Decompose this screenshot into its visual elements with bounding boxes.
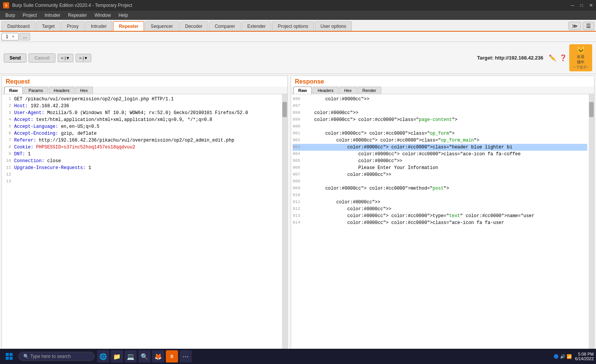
taskbar-app-burp[interactable]: B <box>166 350 178 362</box>
line-content: Please Enter Your Information <box>303 164 438 171</box>
taskbar-app-explorer[interactable]: 📁 <box>111 350 123 362</box>
taskbar-app-search[interactable]: 🔍 <box>138 350 151 362</box>
minimize-icon[interactable]: ─ <box>571 3 574 8</box>
tab-overflow-btn[interactable]: ≫ <box>568 22 581 30</box>
menu-repeater[interactable]: Repeater <box>64 12 91 19</box>
tab-proxy[interactable]: Proxy <box>61 21 84 31</box>
send-button[interactable]: Send <box>4 53 26 63</box>
menu-burp[interactable]: Burp <box>2 12 19 19</box>
response-tab-raw[interactable]: Raw <box>293 87 312 94</box>
response-line: 914 color:#0000cc"> color:#cc0000">class… <box>293 219 587 226</box>
request-tab-params[interactable]: Params <box>24 87 48 94</box>
menu-project[interactable]: Project <box>19 12 40 19</box>
repeater-tab-1[interactable]: 1 × <box>2 33 19 40</box>
add-tab-btn[interactable]: ... <box>19 33 30 40</box>
line-number: 8 <box>3 144 14 151</box>
close-tab-1[interactable]: × <box>12 34 15 39</box>
request-tab-raw[interactable]: Raw <box>4 87 23 94</box>
help-icon[interactable]: ❓ <box>559 54 567 61</box>
tab-extender[interactable]: Extender <box>241 21 271 31</box>
maximize-icon[interactable]: □ <box>580 3 583 8</box>
request-line: 7Referer: http://192.168.42.236/pikachu/… <box>3 137 280 144</box>
taskbar-search-box[interactable]: 🔍 Type here to search <box>18 352 95 361</box>
taskbar-app-more[interactable]: ⋯ <box>180 350 192 362</box>
response-tab-hex[interactable]: Hex <box>339 87 357 94</box>
line-content: color:#0000cc">> <box>303 199 381 206</box>
menu-help[interactable]: Help <box>115 12 132 19</box>
response-tab-render[interactable]: Render <box>358 87 381 94</box>
main-content: Request Raw Params Headers Hex 1GET /pik… <box>0 74 596 364</box>
taskbar-icons: 🔵 🔊 📶 <box>554 354 572 359</box>
repeater-tab-bar: 1 × ... <box>0 32 596 42</box>
tab-project-options[interactable]: Project options <box>272 21 314 31</box>
taskbar: 🔍 Type here to search 🌐 📁 💻 🔍 🦊 B ⋯ 🔵 🔊 … <box>0 349 596 364</box>
tab-intruder[interactable]: Intruder <box>85 21 112 31</box>
line-content: Host: 192.168.42.236 <box>14 103 69 110</box>
response-line: 899 color:#0000cc"> color:#cc0000">class… <box>293 116 587 123</box>
line-number: 13 <box>3 178 14 185</box>
line-content: color:#0000cc">> <box>303 110 358 116</box>
response-line: 898 color:#0000cc">> <box>293 110 587 116</box>
side-pikachu: 🐱 <box>577 46 585 54</box>
line-number: 11 <box>3 164 14 171</box>
taskbar-app-edge[interactable]: 🌐 <box>97 350 109 362</box>
taskbar-app-firefox[interactable]: 🦊 <box>152 350 164 362</box>
tab-decoder[interactable]: Decoder <box>180 21 208 31</box>
line-content: color:#0000cc">> <box>303 158 402 164</box>
line-number: 904 <box>293 151 303 158</box>
response-code-area[interactable]: 896 color:#0000cc">>897898 color:#0000cc… <box>291 94 589 356</box>
tab-comparer[interactable]: Comparer <box>209 21 241 31</box>
line-number: 10 <box>3 158 14 164</box>
menu-window[interactable]: Window <box>91 12 115 19</box>
tab-user-options[interactable]: User options <box>315 21 352 31</box>
line-content <box>303 192 336 199</box>
line-number: 897 <box>293 103 303 110</box>
line-number: 7 <box>3 137 14 144</box>
forward-button[interactable]: > |▼ <box>76 54 91 62</box>
response-line: 900 <box>293 123 587 130</box>
response-title: Response <box>291 76 594 87</box>
request-line: 6Accept-Encoding: gzip, deflate <box>3 130 280 137</box>
line-content: Accept-Language: en,en-US;q=0.5 <box>14 123 99 130</box>
line-number: 901 <box>293 130 303 137</box>
app-icon: S <box>3 2 9 8</box>
response-scrollbar[interactable] <box>589 94 594 356</box>
edit-icon[interactable]: ✏️ <box>549 54 556 61</box>
line-number: 908 <box>293 178 303 185</box>
taskbar-right: 🔵 🔊 📶 5:08 PM 6/14/2022 <box>554 352 594 361</box>
request-tab-hex[interactable]: Hex <box>75 87 93 94</box>
line-content: Cookie: PHPSESSID=s37inc52hoq1457es18qqd… <box>14 144 135 151</box>
response-line: 896 color:#0000cc">> <box>293 96 587 103</box>
tab-repeater[interactable]: Repeater <box>113 21 144 31</box>
svg-rect-3 <box>10 357 13 360</box>
line-number: 903 <box>293 144 303 151</box>
response-line: 897 <box>293 103 587 110</box>
line-number: 6 <box>3 130 14 137</box>
line-content: Accept-Encoding: gzip, deflate <box>14 130 97 137</box>
request-tab-headers[interactable]: Headers <box>49 87 75 94</box>
line-content: color:#0000cc"> color:#cc0000">class="ac… <box>303 151 521 158</box>
menu-intruder[interactable]: Intruder <box>41 12 64 19</box>
tab-dashboard[interactable]: Dashboard <box>2 21 36 31</box>
close-icon[interactable]: ✕ <box>589 3 593 8</box>
response-tab-headers[interactable]: Headers <box>313 87 338 94</box>
request-code-area[interactable]: 1GET /pikachu/vul/overpermission/op2/op2… <box>2 94 282 362</box>
cancel-button[interactable]: Cancel <box>29 53 55 63</box>
request-scrollbar[interactable] <box>282 94 287 362</box>
line-content: Accept: text/html,application/xhtml+xml,… <box>14 116 212 123</box>
side-text3: 一下提示~ <box>573 65 588 70</box>
taskbar-app-terminal[interactable]: 💻 <box>125 350 137 362</box>
request-line: 3User-Agent: Mozilla/5.0 (Windows NT 10.… <box>3 110 280 116</box>
tab-menu-btn[interactable]: ☰ <box>583 22 594 30</box>
start-button[interactable] <box>2 350 16 363</box>
tab-target[interactable]: Target <box>36 21 60 31</box>
request-panel: Request Raw Params Headers Hex 1GET /pik… <box>2 76 288 364</box>
tab-sequencer[interactable]: Sequencer <box>145 21 178 31</box>
line-number: 911 <box>293 199 303 206</box>
request-scrollbar-thumb[interactable] <box>282 102 287 117</box>
request-line: 12 <box>3 171 280 178</box>
line-number: 2 <box>3 103 14 110</box>
response-line: 907 color:#0000cc">> <box>293 171 587 178</box>
back-button[interactable]: < |▼ <box>58 54 73 62</box>
response-scrollbar-thumb[interactable] <box>589 102 594 117</box>
